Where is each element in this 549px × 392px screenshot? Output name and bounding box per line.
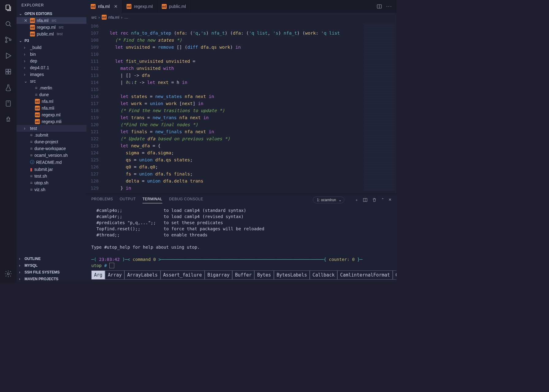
file-item[interactable]: ≡test.sh <box>17 173 86 179</box>
ml-icon: ml <box>30 25 35 30</box>
file-item[interactable]: ≡dune-workspace <box>17 145 86 152</box>
section-header[interactable]: ›MAVEN PROJECTS <box>17 276 86 282</box>
completion-item[interactable]: Assert_failure <box>161 270 205 280</box>
chevron-down-icon: ⌄ <box>24 79 28 84</box>
activity-bar <box>0 0 17 282</box>
code-area[interactable]: let rec nfa_to_dfa_step (nfa: ('q,'s) nf… <box>102 21 362 194</box>
completion-item[interactable]: Array <box>105 270 124 280</box>
ml-icon: ml <box>35 106 40 111</box>
folder-item[interactable]: ›test <box>17 125 86 132</box>
file-item[interactable]: ≡.submit <box>17 132 86 138</box>
explorer-sidebar: EXPLORER ⌄ OPEN EDITORS ✕mlnfa.mlsrcmlre… <box>17 0 86 282</box>
more-icon[interactable]: ··· <box>386 4 392 9</box>
new-terminal-icon[interactable]: ＋ <box>355 198 358 203</box>
chevron-down-icon: ⌄ <box>339 198 342 202</box>
file-item[interactable]: ≡viz.sh <box>17 186 86 193</box>
folder-item[interactable]: ›images <box>17 71 86 78</box>
file-item[interactable]: mlnfa.mli <box>17 105 86 111</box>
folder-item[interactable]: ›_build <box>17 44 86 51</box>
open-editor-item[interactable]: mlpublic.mltest <box>17 31 86 37</box>
panel-tab-problems[interactable]: PROBLEMS <box>91 197 113 203</box>
chevron-right-icon: › <box>19 277 23 281</box>
search-icon[interactable] <box>4 20 13 28</box>
open-editor-item[interactable]: ✕mlnfa.mlsrc <box>17 17 86 24</box>
close-icon[interactable]: ✕ <box>114 4 118 9</box>
file-icon: ≡ <box>35 92 37 97</box>
chevron-right-icon: › <box>24 58 28 63</box>
file-item[interactable]: ≡dune <box>17 91 86 98</box>
section-header[interactable]: ›SSH FILE SYSTEMS <box>17 269 86 276</box>
folder-item[interactable]: ›dep <box>17 58 86 64</box>
completion-item[interactable]: Caml <box>393 270 396 280</box>
editor[interactable]: 1061071081091101111121131141151161171181… <box>86 21 396 194</box>
file-item[interactable]: ▮submit.jar <box>17 166 86 173</box>
section-header[interactable]: ›MYSQL <box>17 262 86 269</box>
file-icon: ≡ <box>30 187 32 192</box>
completion-item[interactable]: Arg <box>91 270 105 280</box>
minimap[interactable] <box>362 21 396 194</box>
open-editor-item[interactable]: mlregexp.mlsrc <box>17 24 86 31</box>
completion-bar[interactable]: ArgArrayArrayLabelsAssert_failureBigarra… <box>91 270 392 280</box>
completion-item[interactable]: Bytes <box>254 270 274 280</box>
editor-tab[interactable]: mlnfa.ml✕ <box>86 0 122 13</box>
svg-point-13 <box>7 273 9 275</box>
svg-point-12 <box>9 118 9 119</box>
completion-item[interactable]: ArrayLabels <box>124 270 160 280</box>
split-editor-icon[interactable] <box>377 4 382 9</box>
completion-item[interactable]: BytesLabels <box>274 270 310 280</box>
file-item[interactable]: mlnfa.ml <box>17 98 86 105</box>
ml-icon: ml <box>30 32 35 36</box>
svg-point-1 <box>6 21 10 25</box>
open-editors-header[interactable]: ⌄ OPEN EDITORS <box>17 10 86 17</box>
extensions-icon[interactable] <box>4 67 13 76</box>
file-item[interactable]: ≡.merlin <box>17 85 86 91</box>
svg-point-2 <box>6 37 7 39</box>
editor-tab[interactable]: mlpublic.ml <box>157 0 191 13</box>
file-item[interactable]: ⓘREADME.md <box>17 159 86 166</box>
file-icon: ≡ <box>30 180 32 185</box>
folder-item[interactable]: ⌄src <box>17 78 86 85</box>
section-header[interactable]: ›OUTLINE <box>17 255 86 262</box>
completion-item[interactable]: Bigarray <box>205 270 232 280</box>
file-item[interactable]: mlregexp.mli <box>17 118 86 125</box>
chevron-down-icon: ⌄ <box>19 12 23 16</box>
terminal[interactable]: #camlp4o;; to load camlp4 (standard synt… <box>86 206 396 282</box>
file-icon: ≡ <box>30 139 32 144</box>
close-icon[interactable]: ✕ <box>24 18 28 23</box>
split-terminal-icon[interactable] <box>363 198 368 203</box>
file-item[interactable]: mlregexp.ml <box>17 111 86 118</box>
copilot-icon[interactable] <box>4 115 13 124</box>
test-icon[interactable] <box>4 83 13 92</box>
svg-point-3 <box>6 41 7 43</box>
debug-icon[interactable] <box>4 51 13 60</box>
editor-tab[interactable]: mlregexp.ml <box>122 0 157 13</box>
panel-tabs: PROBLEMSOUTPUTTERMINALDEBUG CONSOLE 1: o… <box>86 194 396 206</box>
project-header[interactable]: ⌄ P3 <box>17 37 86 44</box>
file-icon: ≡ <box>30 153 32 158</box>
folder-item[interactable]: ›bin <box>17 51 86 58</box>
completion-item[interactable]: Buffer <box>232 270 254 280</box>
file-item[interactable]: ≡ocaml_version.sh <box>17 152 86 159</box>
panel-tab-terminal[interactable]: TERMINAL <box>142 197 162 203</box>
terminal-select[interactable]: 1: ocamlrun ⌄ <box>313 197 344 203</box>
chevron-up-icon[interactable]: ⌃ <box>381 198 384 203</box>
file-icon: ≡ <box>30 133 32 138</box>
file-item[interactable]: ≡dune-project <box>17 138 86 145</box>
files-icon[interactable] <box>4 4 13 12</box>
settings-icon[interactable] <box>4 270 13 278</box>
completion-item[interactable]: Callback <box>310 270 337 280</box>
svg-rect-5 <box>6 69 8 71</box>
file-icon: ≡ <box>35 85 37 90</box>
close-icon[interactable]: ✕ <box>388 198 392 203</box>
breadcrumb[interactable]: src › ml nfa.ml › … <box>86 13 396 21</box>
folder-item[interactable]: ›dep4.07.1 <box>17 64 86 71</box>
trash-icon[interactable] <box>372 198 377 203</box>
file-item[interactable]: ≡utop.sh <box>17 179 86 186</box>
svg-point-11 <box>7 118 8 119</box>
panel-tab-output[interactable]: OUTPUT <box>120 197 136 203</box>
completion-item[interactable]: CamlinternalFormat <box>337 270 393 280</box>
remote-icon[interactable] <box>4 99 13 108</box>
git-icon[interactable] <box>4 36 13 44</box>
panel-tab-debug console[interactable]: DEBUG CONSOLE <box>169 197 203 203</box>
info-icon: ⓘ <box>30 160 34 165</box>
